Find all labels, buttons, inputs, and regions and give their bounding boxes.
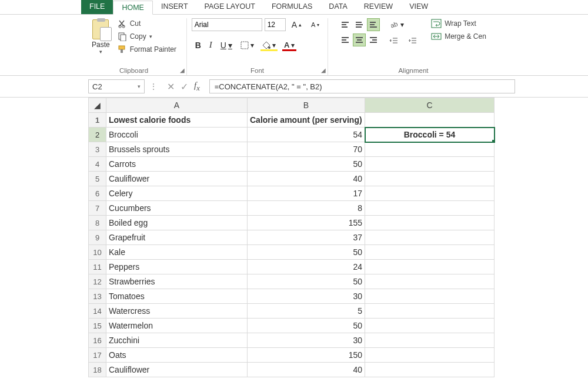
row-header-15[interactable]: 15: [89, 319, 106, 333]
cell-a4[interactable]: Carrots: [106, 157, 248, 172]
select-all-corner[interactable]: ◢: [89, 98, 106, 113]
cell-b2[interactable]: 54: [248, 128, 365, 142]
cell-a17[interactable]: Oats: [106, 348, 248, 363]
formula-input[interactable]: =CONCATENATE(A2, " = ", B2): [209, 79, 515, 93]
cell-c17[interactable]: [365, 348, 495, 363]
row-header-9[interactable]: 9: [89, 230, 106, 245]
cell-c7[interactable]: [365, 201, 495, 216]
row-header-4[interactable]: 4: [89, 157, 106, 172]
cell-c13[interactable]: [365, 289, 495, 304]
copy-dropdown-icon[interactable]: ▾: [149, 33, 152, 39]
cell-a13[interactable]: Tomatoes: [106, 289, 248, 304]
cell-b18[interactable]: 40: [248, 363, 365, 377]
cell-b5[interactable]: 40: [248, 172, 365, 186]
name-box[interactable]: C2 ▾: [88, 79, 145, 93]
row-header-16[interactable]: 16: [89, 333, 106, 348]
cell-c16[interactable]: [365, 333, 495, 348]
column-header-a[interactable]: A: [106, 98, 248, 113]
cell-a10[interactable]: Kale: [106, 245, 248, 260]
row-header-1[interactable]: 1: [89, 113, 106, 128]
cell-b10[interactable]: 50: [248, 245, 365, 260]
font-color-button[interactable]: A▾: [280, 39, 298, 51]
cell-c2[interactable]: Broccoli = 54: [365, 128, 495, 142]
align-top-button[interactable]: [339, 18, 352, 31]
column-header-b[interactable]: B: [248, 98, 365, 113]
row-header-14[interactable]: 14: [89, 304, 106, 319]
cell-b12[interactable]: 50: [248, 274, 365, 289]
cell-c8[interactable]: [365, 216, 495, 230]
fill-color-button[interactable]: ▾: [259, 39, 279, 51]
font-size-select[interactable]: [265, 18, 286, 31]
enter-formula-button[interactable]: ✓: [181, 81, 188, 92]
borders-button[interactable]: ▾: [237, 39, 258, 51]
tab-file[interactable]: FILE: [81, 0, 113, 14]
cell-b15[interactable]: 50: [248, 319, 365, 333]
cell-b11[interactable]: 24: [248, 260, 365, 274]
row-header-2[interactable]: 2: [89, 128, 106, 142]
clipboard-dialog-launcher[interactable]: ◢: [180, 67, 185, 73]
cell-c10[interactable]: [365, 245, 495, 260]
cell-a11[interactable]: Peppers: [106, 260, 248, 274]
align-left-button[interactable]: [339, 33, 352, 46]
cell-b16[interactable]: 30: [248, 333, 365, 348]
cell-a2[interactable]: Broccoli: [106, 128, 248, 142]
cell-a8[interactable]: Boiled egg: [106, 216, 248, 230]
cell-a14[interactable]: Watercress: [106, 304, 248, 319]
cell-c15[interactable]: [365, 319, 495, 333]
align-right-button[interactable]: [367, 33, 380, 46]
underline-button[interactable]: U▾: [217, 39, 236, 52]
align-bottom-button[interactable]: [367, 18, 380, 31]
cell-c5[interactable]: [365, 172, 495, 186]
cancel-formula-button[interactable]: ✕: [167, 81, 175, 92]
cell-b9[interactable]: 37: [248, 230, 365, 245]
cell-b13[interactable]: 30: [248, 289, 365, 304]
cell-b3[interactable]: 70: [248, 142, 365, 157]
cut-button[interactable]: Cut: [116, 18, 178, 29]
row-header-18[interactable]: 18: [89, 363, 106, 377]
tab-review[interactable]: REVIEW: [356, 0, 401, 14]
align-center-button[interactable]: [353, 33, 366, 46]
cell-a16[interactable]: Zucchini: [106, 333, 248, 348]
tab-insert[interactable]: INSERT: [153, 0, 196, 14]
cell-a12[interactable]: Strawberries: [106, 274, 248, 289]
cell-c6[interactable]: [365, 186, 495, 201]
cell-a6[interactable]: Celery: [106, 186, 248, 201]
row-header-13[interactable]: 13: [89, 289, 106, 304]
tab-home[interactable]: HOME: [113, 1, 153, 15]
tab-data[interactable]: DATA: [320, 0, 355, 14]
tab-view[interactable]: VIEW: [401, 0, 436, 14]
name-box-dropdown-icon[interactable]: ▾: [138, 83, 141, 89]
cell-a5[interactable]: Cauliflower: [106, 172, 248, 186]
orientation-button[interactable]: ab▾: [386, 18, 421, 31]
italic-button[interactable]: I: [206, 38, 216, 52]
tab-formulas[interactable]: FORMULAS: [263, 0, 320, 14]
row-header-11[interactable]: 11: [89, 260, 106, 274]
merge-center-button[interactable]: Merge & Cen: [429, 31, 488, 42]
row-header-10[interactable]: 10: [89, 245, 106, 260]
column-header-c[interactable]: C: [365, 98, 495, 113]
align-middle-button[interactable]: [353, 18, 366, 31]
wrap-text-button[interactable]: Wrap Text: [429, 18, 488, 29]
cell-b14[interactable]: 5: [248, 304, 365, 319]
cell-grid[interactable]: ◢ A B C 1 Lowest calorie foods Calorie a…: [88, 98, 495, 377]
cell-a3[interactable]: Brussels sprouts: [106, 142, 248, 157]
cell-a7[interactable]: Cucumbers: [106, 201, 248, 216]
row-header-17[interactable]: 17: [89, 348, 106, 363]
increase-indent-button[interactable]: [405, 35, 421, 48]
cell-b4[interactable]: 50: [248, 157, 365, 172]
cell-a9[interactable]: Grapefruit: [106, 230, 248, 245]
copy-button[interactable]: Copy ▾: [116, 31, 178, 42]
cell-c9[interactable]: [365, 230, 495, 245]
paste-dropdown-icon[interactable]: ▾: [99, 49, 102, 55]
font-dialog-launcher[interactable]: ◢: [321, 67, 326, 73]
cell-a18[interactable]: Cauliflower: [106, 363, 248, 377]
cell-b7[interactable]: 8: [248, 201, 365, 216]
decrease-font-button[interactable]: A▾: [308, 19, 323, 30]
row-header-3[interactable]: 3: [89, 142, 106, 157]
cell-c18[interactable]: [365, 363, 495, 377]
decrease-indent-button[interactable]: [386, 35, 402, 48]
cell-a15[interactable]: Watermelon: [106, 319, 248, 333]
cell-b6[interactable]: 17: [248, 186, 365, 201]
format-painter-button[interactable]: Format Painter: [116, 44, 178, 55]
row-header-8[interactable]: 8: [89, 216, 106, 230]
